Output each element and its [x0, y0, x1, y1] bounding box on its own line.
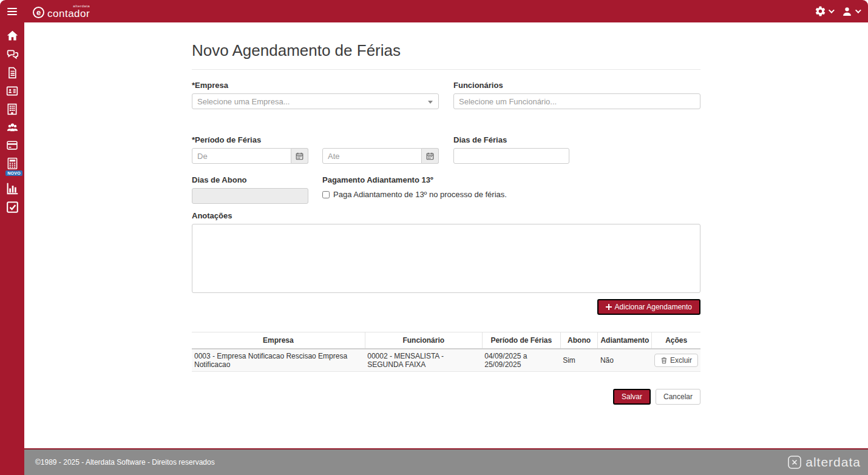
sidebar-item-payments[interactable]: [0, 140, 24, 151]
task-check-icon: [6, 201, 19, 214]
periodo-ferias-label: *Período de Férias: [192, 135, 439, 144]
empresa-label: *Empresa: [192, 81, 439, 90]
alterdata-logo-text: alterdata: [805, 455, 861, 470]
funcionarios-label: Funcionários: [453, 81, 700, 90]
chevron-down-icon: [855, 7, 861, 13]
col-header-funcionario: Funcionário: [365, 332, 482, 349]
adiantamento-13-label: Pagamento Adiantamento 13º: [322, 175, 507, 184]
excluir-button[interactable]: Excluir: [654, 354, 698, 367]
trash-icon: [660, 357, 668, 364]
document-icon: [6, 67, 18, 79]
adiantamento-13-checkbox-label: Paga Adiantamento de 13º no processo de …: [333, 190, 507, 199]
col-header-periodo: Período de Férias: [482, 332, 560, 349]
main-content: Novo Agendamento de Férias *Empresa Sele…: [24, 22, 868, 448]
cell-adiantamento: Não: [598, 349, 652, 372]
chat-icon: [6, 48, 19, 61]
dias-abono-input: [192, 188, 308, 204]
top-bar: e alterdata contador: [0, 0, 868, 22]
sidebar-item-chat[interactable]: [0, 48, 24, 61]
anotacoes-label: Anotações: [192, 211, 700, 220]
col-header-acoes: Ações: [652, 332, 700, 349]
brand-small-label: alterdata: [73, 4, 90, 8]
adiantamento-13-checkbox[interactable]: [322, 191, 330, 198]
cell-funcionario: 00002 - MENSALISTA - SEGUNDA FAIXA: [365, 349, 482, 372]
copyright-text: ©1989 - 2025 - Alterdata Software - Dire…: [35, 458, 215, 467]
table-row: 0003 - Empresa Notificacao Rescisao Empr…: [192, 349, 700, 372]
select-caret-icon: [428, 101, 433, 104]
col-header-adiantamento: Adiantamento: [598, 332, 652, 349]
dias-ferias-label: Dias de Férias: [453, 135, 700, 144]
sidebar-item-reports[interactable]: [0, 182, 24, 195]
sidebar-item-companies[interactable]: [0, 103, 24, 115]
sidebar-item-tasks[interactable]: [0, 201, 24, 214]
sidebar-item-contact-card[interactable]: [0, 85, 24, 97]
cell-periodo: 04/09/2025 a 25/09/2025: [482, 349, 560, 372]
sidebar-item-documents[interactable]: [0, 67, 24, 79]
gear-icon: [815, 5, 826, 17]
brand-label: contador: [47, 8, 90, 19]
novo-badge: NOVO: [5, 170, 22, 176]
empresa-select[interactable]: Selecione uma Empresa...: [192, 93, 439, 109]
plus-icon: [606, 304, 612, 310]
sidebar-item-home[interactable]: [0, 29, 24, 42]
title-divider: [192, 69, 700, 70]
anotacoes-textarea[interactable]: [192, 224, 700, 293]
cancelar-button[interactable]: Cancelar: [656, 389, 700, 405]
app-logo[interactable]: e alterdata contador: [33, 4, 90, 19]
bar-chart-icon: [6, 182, 19, 195]
col-header-abono: Abono: [560, 332, 598, 349]
adicionar-agendamento-button[interactable]: Adicionar Agendamento: [597, 299, 700, 315]
col-header-empresa: Empresa: [192, 332, 365, 349]
calendar-icon: [296, 152, 303, 160]
calendar-icon: [426, 152, 434, 160]
page-title: Novo Agendamento de Férias: [192, 41, 700, 60]
credit-card-icon: [5, 140, 19, 151]
salvar-button[interactable]: Salvar: [613, 389, 651, 405]
users-group-icon: [5, 121, 19, 133]
calendar-picker-button[interactable]: [291, 148, 308, 164]
hamburger-menu-icon[interactable]: [0, 8, 24, 15]
cell-abono: Sim: [560, 349, 598, 372]
cell-empresa: 0003 - Empresa Notificacao Rescisao Empr…: [192, 349, 365, 372]
dias-ferias-input[interactable]: [453, 148, 569, 164]
alterdata-footer-logo: alterdata: [787, 455, 861, 470]
home-icon: [6, 29, 19, 42]
periodo-ate-input[interactable]: [322, 148, 422, 164]
building-icon: [6, 103, 18, 115]
funcionarios-input[interactable]: [453, 93, 700, 109]
app-window: e alterdata contador: [0, 0, 868, 475]
table-header-row: Empresa Funcionário Período de Férias Ab…: [192, 332, 700, 349]
calendar-picker-button[interactable]: [422, 148, 439, 164]
chevron-down-icon: [829, 7, 835, 13]
agendamentos-table: Empresa Funcionário Período de Férias Ab…: [192, 332, 700, 372]
user-icon: [841, 5, 853, 17]
sidebar-item-calculations[interactable]: NOVO: [0, 157, 24, 176]
periodo-de-input[interactable]: [192, 148, 291, 164]
id-card-icon: [5, 85, 19, 97]
empresa-select-placeholder: Selecione uma Empresa...: [197, 97, 290, 106]
user-menu[interactable]: [841, 5, 860, 17]
calculator-icon: [7, 157, 18, 170]
alterdata-logo-icon: [787, 455, 802, 470]
sidebar-item-employees[interactable]: [0, 121, 24, 133]
sidebar-nav: NOVO: [0, 22, 24, 475]
dias-abono-label: Dias de Abono: [192, 175, 308, 184]
logo-e-icon: e: [33, 7, 44, 18]
settings-menu[interactable]: [815, 5, 833, 17]
page-footer: ©1989 - 2025 - Alterdata Software - Dire…: [24, 448, 868, 475]
